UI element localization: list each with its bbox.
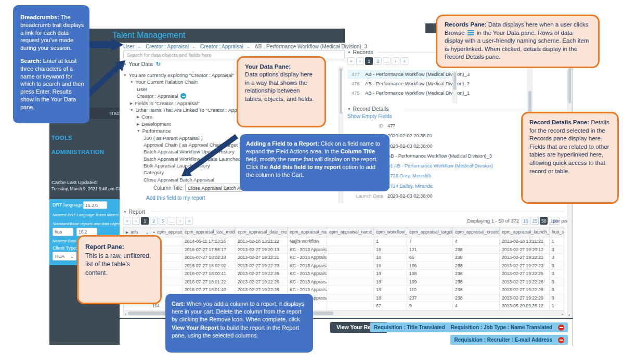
drt-tokens-input[interactable] [83,201,107,209]
callout-paragraph: Report Pane: [85,243,153,252]
records-page-button[interactable]: » [400,57,408,65]
report-cell: 18 [374,262,407,270]
records-page-button[interactable]: « [347,57,355,65]
remove-cart-item-icon[interactable] [558,337,564,343]
report-page-button[interactable]: 3 [159,217,166,225]
report-cell [327,237,374,245]
report-cell: 238 [453,245,500,254]
info-column-label: Info [131,230,138,235]
detail-value: 2020-02-03 02:38:00 [387,144,432,149]
expand-icon[interactable]: ▶ [126,230,128,234]
standard-input-1[interactable] [53,228,73,236]
report-cell: 238 [453,253,500,262]
breadcrumb-item[interactable]: Creator : Appraisal [146,44,189,49]
breadcrumb-arrow-icon: ← [246,44,252,49]
detail-value[interactable]: 1724 Bailey, Miranda [387,184,433,189]
report-page-button[interactable]: 1 [141,217,149,225]
records-row[interactable]: 476AB - Performance Workflow (Medical Di… [347,79,449,88]
records-page-button[interactable]: … [383,57,391,65]
report-column-header[interactable]: epm_appraisal_last_modified [183,227,236,237]
remove-relation-icon[interactable] [180,93,186,99]
report-column-header[interactable]: epm_workflow_id [374,227,407,237]
scroll-left-icon[interactable]: ◂ [124,312,126,316]
report-page-button[interactable]: » [185,217,193,225]
report-column-header[interactable]: epm_appraisal_name [288,227,327,237]
show-empty-fields-link[interactable]: Show Empty Fields [347,113,392,119]
records-page-button[interactable]: › [392,57,399,65]
report-page-button[interactable]: › [176,217,184,225]
column-label: epm_appraisal_last_modified [185,229,236,235]
tree-item-label: Batch Appraisal Workflow Update Launched [144,156,241,162]
report-cell: 3 [550,269,564,278]
report-column-header[interactable]: hua_scale_ [550,227,564,237]
report-cell: 2016-07-27 18:02:02 [183,262,236,270]
collapse-caret-icon[interactable]: ▼ [347,107,351,111]
report-cell: 3 [550,285,564,294]
report-cell: 18 [374,294,407,302]
report-cell: 65 [407,253,453,262]
report-cell: 2013-02-27 19:22:23 [236,262,288,270]
records-page-button[interactable]: 2 [374,57,382,65]
remove-cart-item-icon[interactable] [558,324,564,331]
page-size-button[interactable]: 25 [530,217,538,225]
sort-asc-icon: ▲ [152,230,155,233]
record-id: 477 [352,70,365,79]
report-page-button[interactable]: … [167,217,175,225]
report-cell [327,285,374,294]
collapse-caret-icon[interactable]: ▼ [123,210,126,214]
report-cell [327,278,374,286]
breadcrumb-item[interactable]: Creator : Appraisal [200,44,243,49]
detail-value: AB - Performance Workflow (Medical Divis… [387,153,492,159]
standard-reports-label: Standard/Basic reports and data objects: [53,222,124,226]
detail-value[interactable]: 91 AB - Performance Workflow (Medical Di… [387,163,493,168]
records-row[interactable]: 475AB - Performance Workflow (Medical Di… [347,88,449,98]
records-page-button[interactable]: ‹ [356,57,364,65]
detail-value[interactable]: 1726 Grey, Meredith [387,173,431,178]
scrollbar-thumb[interactable] [453,72,456,90]
tree-item-label: Fields in "Creator : Appraisal" [135,100,200,106]
breadcrumb-item[interactable]: User [123,44,134,49]
report-cell: 2013-02-27 19:22:23 [500,262,550,270]
report-column-header[interactable]: epm_appraisal_creator_id [453,227,500,237]
your-data-label: Your Data [128,61,152,67]
record-detail-row: ID477 [333,121,530,131]
records-page-button[interactable]: 1 [365,57,373,65]
page-size-button[interactable]: 10 [522,217,529,225]
page-size-button[interactable]: 50 [540,217,548,225]
cart-item[interactable]: Requisition : Recruiter : E-mail Address [450,335,568,345]
sidebar-item-administration[interactable]: ADMINISTRATION [51,149,105,155]
callout-paragraph: Search: Enter at least three characters … [20,57,84,111]
report-cell: 1 [374,237,407,245]
detail-value: 477 [387,123,396,128]
scroll-right-icon[interactable]: ▸ [562,312,563,316]
client-type-select[interactable]: HUA ⌄ [53,252,76,261]
column-label: epm_appraisal_name_text [329,229,374,235]
scrollbar-thumb[interactable] [340,68,342,114]
app-header-bar [49,29,345,43]
callout-text: Enter at least three characters of a nam… [20,58,84,110]
report-column-header[interactable]: epm_appraisal_name_text [327,227,374,237]
sidebar-item-tools[interactable]: TOOLS [51,135,72,141]
records-list: 477AB - Performance Workflow (Medical Di… [347,70,451,98]
cart-item[interactable]: Requisition : Job Type : Name Translated [447,322,568,332]
report-page-button[interactable]: 2 [150,217,158,225]
report-page-button[interactable]: « [123,217,131,225]
records-row[interactable]: 477AB - Performance Workflow (Medical Di… [347,70,449,79]
report-column-header[interactable]: epm_appraisal_date_created [236,227,288,237]
report-cell: 2013-02-27 19:22:26 [236,278,288,286]
records-scrollbar[interactable] [452,71,457,103]
report-cell: 18 [374,253,407,262]
collapse-caret-icon[interactable]: ▼ [347,50,351,54]
collapse-caret-icon[interactable]: ▼ [123,62,126,66]
report-cell: 3 [550,245,564,254]
report-cell: 108 [407,269,453,278]
report-page-button[interactable]: ‹ [132,217,140,225]
report-column-header[interactable]: epm_appraisal_launch_date [500,227,550,237]
report-cell: KC - 2013 Appraisal [288,269,327,278]
scroll-down-icon[interactable]: ▾ [568,313,570,317]
column-title-input[interactable] [185,184,243,192]
add-field-to-report-link[interactable]: Add this field to my report [146,195,205,201]
report-column-header[interactable]: epm_appraisal_target_id [407,227,453,237]
refresh-icon[interactable]: ↻ [156,61,161,67]
report-cell: 2013-02-27 19:22:26 [500,278,550,286]
